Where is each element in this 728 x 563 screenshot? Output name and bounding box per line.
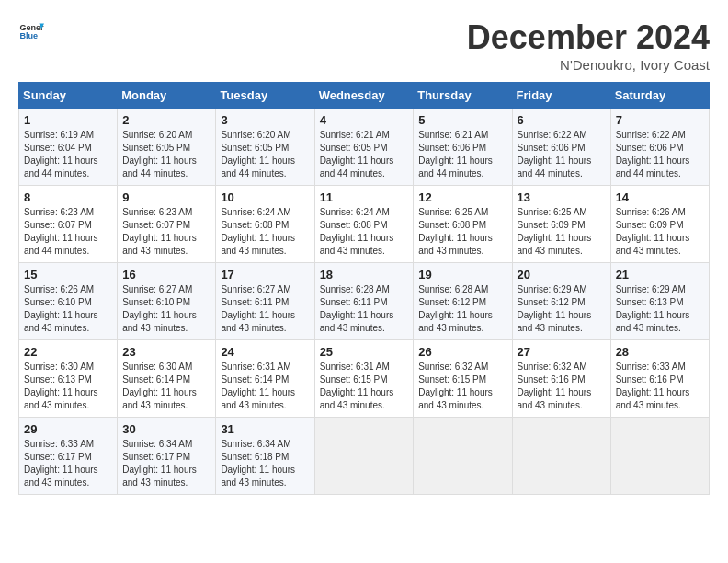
- day-info: Sunrise: 6:28 AMSunset: 6:12 PMDaylight:…: [418, 284, 493, 333]
- calendar-cell: 31 Sunrise: 6:34 AMSunset: 6:18 PMDaylig…: [216, 418, 314, 495]
- day-number: 20: [518, 268, 606, 282]
- day-info: Sunrise: 6:29 AMSunset: 6:13 PMDaylight:…: [616, 284, 690, 333]
- calendar-cell: 8 Sunrise: 6:23 AMSunset: 6:07 PMDayligh…: [19, 186, 118, 263]
- day-number: 15: [24, 268, 112, 282]
- day-info: Sunrise: 6:29 AMSunset: 6:12 PMDaylight:…: [518, 284, 592, 333]
- day-number: 17: [221, 268, 309, 282]
- calendar: SundayMondayTuesdayWednesdayThursdayFrid…: [18, 82, 710, 495]
- calendar-cell: 27 Sunrise: 6:32 AMSunset: 6:16 PMDaylig…: [512, 340, 610, 418]
- day-number: 9: [122, 190, 210, 204]
- calendar-cell: 16 Sunrise: 6:27 AMSunset: 6:10 PMDaylig…: [118, 263, 216, 340]
- day-info: Sunrise: 6:27 AMSunset: 6:10 PMDaylight:…: [122, 284, 197, 333]
- calendar-week-row: 22 Sunrise: 6:30 AMSunset: 6:13 PMDaylig…: [19, 340, 710, 418]
- day-number: 24: [221, 345, 309, 359]
- day-number: 3: [221, 113, 309, 127]
- day-info: Sunrise: 6:26 AMSunset: 6:09 PMDaylight:…: [616, 207, 690, 256]
- calendar-cell: 7 Sunrise: 6:22 AMSunset: 6:06 PMDayligh…: [610, 109, 709, 186]
- day-number: 30: [122, 422, 210, 436]
- calendar-week-row: 15 Sunrise: 6:26 AMSunset: 6:10 PMDaylig…: [19, 263, 710, 340]
- day-info: Sunrise: 6:21 AMSunset: 6:06 PMDaylight:…: [418, 130, 493, 178]
- day-info: Sunrise: 6:34 AMSunset: 6:18 PMDaylight:…: [221, 439, 295, 488]
- calendar-cell: 4 Sunrise: 6:21 AMSunset: 6:05 PMDayligh…: [314, 109, 414, 186]
- day-number: 14: [616, 190, 704, 204]
- calendar-cell: [314, 418, 414, 495]
- logo: General Blue: [18, 18, 44, 44]
- day-info: Sunrise: 6:33 AMSunset: 6:17 PMDaylight:…: [24, 439, 98, 488]
- day-info: Sunrise: 6:27 AMSunset: 6:11 PMDaylight:…: [221, 284, 295, 333]
- day-info: Sunrise: 6:31 AMSunset: 6:14 PMDaylight:…: [221, 362, 295, 410]
- month-title: December 2024: [467, 18, 710, 57]
- calendar-cell: [414, 418, 512, 495]
- calendar-cell: 11 Sunrise: 6:24 AMSunset: 6:08 PMDaylig…: [314, 186, 414, 263]
- day-info: Sunrise: 6:24 AMSunset: 6:08 PMDaylight:…: [320, 207, 394, 256]
- day-number: 10: [221, 190, 309, 204]
- day-number: 2: [122, 113, 210, 127]
- day-info: Sunrise: 6:30 AMSunset: 6:14 PMDaylight:…: [122, 362, 197, 410]
- calendar-cell: 30 Sunrise: 6:34 AMSunset: 6:17 PMDaylig…: [118, 418, 216, 495]
- day-number: 21: [616, 268, 704, 282]
- calendar-cell: 12 Sunrise: 6:25 AMSunset: 6:08 PMDaylig…: [414, 186, 512, 263]
- day-info: Sunrise: 6:22 AMSunset: 6:06 PMDaylight:…: [518, 130, 592, 178]
- calendar-cell: 9 Sunrise: 6:23 AMSunset: 6:07 PMDayligh…: [118, 186, 216, 263]
- day-number: 19: [418, 268, 506, 282]
- day-info: Sunrise: 6:25 AMSunset: 6:08 PMDaylight:…: [418, 207, 493, 256]
- day-info: Sunrise: 6:19 AMSunset: 6:04 PMDaylight:…: [24, 130, 98, 178]
- calendar-cell: 23 Sunrise: 6:30 AMSunset: 6:14 PMDaylig…: [118, 340, 216, 418]
- calendar-day-header: Saturday: [610, 83, 709, 109]
- day-number: 28: [616, 345, 704, 359]
- calendar-cell: 10 Sunrise: 6:24 AMSunset: 6:08 PMDaylig…: [216, 186, 314, 263]
- day-number: 29: [24, 422, 112, 436]
- day-number: 26: [418, 345, 506, 359]
- calendar-cell: 19 Sunrise: 6:28 AMSunset: 6:12 PMDaylig…: [414, 263, 512, 340]
- day-info: Sunrise: 6:23 AMSunset: 6:07 PMDaylight:…: [122, 207, 197, 256]
- title-area: December 2024 N'Denoukro, Ivory Coast: [467, 18, 710, 73]
- calendar-day-header: Friday: [512, 83, 610, 109]
- day-info: Sunrise: 6:33 AMSunset: 6:16 PMDaylight:…: [616, 362, 690, 410]
- day-number: 25: [320, 345, 409, 359]
- calendar-cell: 5 Sunrise: 6:21 AMSunset: 6:06 PMDayligh…: [414, 109, 512, 186]
- calendar-cell: 13 Sunrise: 6:25 AMSunset: 6:09 PMDaylig…: [512, 186, 610, 263]
- day-number: 18: [320, 268, 409, 282]
- day-number: 8: [24, 190, 112, 204]
- calendar-day-header: Tuesday: [216, 83, 314, 109]
- calendar-cell: 18 Sunrise: 6:28 AMSunset: 6:11 PMDaylig…: [314, 263, 414, 340]
- calendar-cell: 28 Sunrise: 6:33 AMSunset: 6:16 PMDaylig…: [610, 340, 709, 418]
- day-number: 13: [518, 190, 606, 204]
- day-info: Sunrise: 6:31 AMSunset: 6:15 PMDaylight:…: [320, 362, 394, 410]
- calendar-cell: 29 Sunrise: 6:33 AMSunset: 6:17 PMDaylig…: [19, 418, 118, 495]
- svg-text:Blue: Blue: [19, 31, 38, 40]
- calendar-day-header: Monday: [118, 83, 216, 109]
- calendar-day-header: Wednesday: [314, 83, 414, 109]
- calendar-week-row: 29 Sunrise: 6:33 AMSunset: 6:17 PMDaylig…: [19, 418, 710, 495]
- day-number: 11: [320, 190, 409, 204]
- day-number: 27: [518, 345, 606, 359]
- calendar-cell: 24 Sunrise: 6:31 AMSunset: 6:14 PMDaylig…: [216, 340, 314, 418]
- calendar-cell: [610, 418, 709, 495]
- calendar-cell: 2 Sunrise: 6:20 AMSunset: 6:05 PMDayligh…: [118, 109, 216, 186]
- day-number: 31: [221, 422, 309, 436]
- day-info: Sunrise: 6:23 AMSunset: 6:07 PMDaylight:…: [24, 207, 98, 256]
- calendar-week-row: 1 Sunrise: 6:19 AMSunset: 6:04 PMDayligh…: [19, 109, 710, 186]
- day-info: Sunrise: 6:22 AMSunset: 6:06 PMDaylight:…: [616, 130, 690, 178]
- day-number: 23: [122, 345, 210, 359]
- calendar-body: 1 Sunrise: 6:19 AMSunset: 6:04 PMDayligh…: [19, 109, 710, 495]
- calendar-cell: 6 Sunrise: 6:22 AMSunset: 6:06 PMDayligh…: [512, 109, 610, 186]
- logo-icon: General Blue: [18, 18, 44, 44]
- calendar-day-header: Thursday: [414, 83, 512, 109]
- location-title: N'Denoukro, Ivory Coast: [467, 57, 710, 73]
- calendar-cell: 25 Sunrise: 6:31 AMSunset: 6:15 PMDaylig…: [314, 340, 414, 418]
- day-info: Sunrise: 6:32 AMSunset: 6:16 PMDaylight:…: [518, 362, 592, 410]
- day-number: 6: [518, 113, 606, 127]
- calendar-cell: 14 Sunrise: 6:26 AMSunset: 6:09 PMDaylig…: [610, 186, 709, 263]
- calendar-week-row: 8 Sunrise: 6:23 AMSunset: 6:07 PMDayligh…: [19, 186, 710, 263]
- day-number: 5: [418, 113, 506, 127]
- day-info: Sunrise: 6:32 AMSunset: 6:15 PMDaylight:…: [418, 362, 493, 410]
- calendar-cell: 17 Sunrise: 6:27 AMSunset: 6:11 PMDaylig…: [216, 263, 314, 340]
- day-info: Sunrise: 6:25 AMSunset: 6:09 PMDaylight:…: [518, 207, 592, 256]
- day-number: 4: [320, 113, 409, 127]
- day-info: Sunrise: 6:21 AMSunset: 6:05 PMDaylight:…: [320, 130, 394, 178]
- calendar-cell: 20 Sunrise: 6:29 AMSunset: 6:12 PMDaylig…: [512, 263, 610, 340]
- day-number: 1: [24, 113, 112, 127]
- calendar-cell: 26 Sunrise: 6:32 AMSunset: 6:15 PMDaylig…: [414, 340, 512, 418]
- day-info: Sunrise: 6:24 AMSunset: 6:08 PMDaylight:…: [221, 207, 295, 256]
